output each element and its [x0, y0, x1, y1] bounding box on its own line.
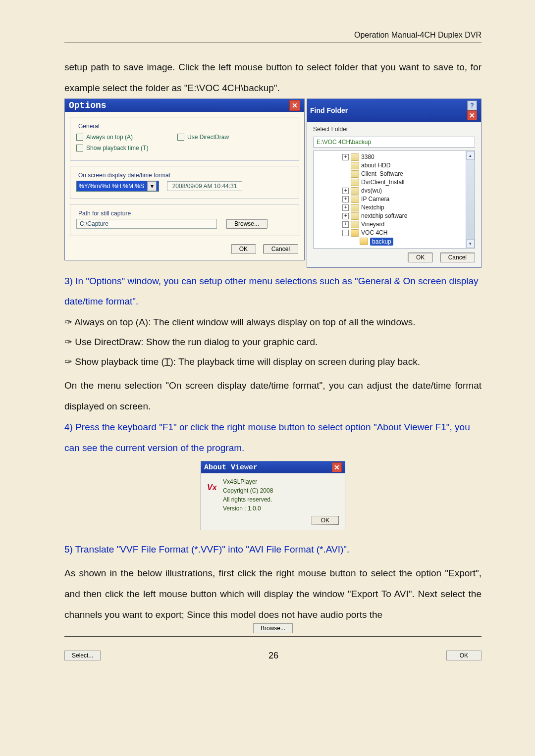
close-icon[interactable]: ✕: [467, 110, 477, 120]
note-5-text: 5) Translate "VVF File Format (*.VVF)" i…: [64, 544, 349, 554]
tree-item-label: VOC 4CH: [361, 229, 387, 236]
osd-paragraph: On the menu selection "On screen display…: [64, 375, 482, 417]
tree-item[interactable]: about HDD: [315, 161, 474, 170]
close-icon[interactable]: ✕: [332, 462, 342, 472]
tree-item[interactable]: +nextchip software: [315, 212, 474, 220]
bullet-icon: ✑: [64, 313, 72, 332]
page-header: Operation Manual-4CH Duplex DVR: [64, 31, 482, 43]
options-ok-button[interactable]: OK: [231, 244, 256, 254]
note-3: 3) In "Options" window, you can setup ot…: [64, 271, 482, 312]
tree-item-label: Client_Software: [361, 170, 403, 177]
tree-item[interactable]: DvrClient_Install: [315, 178, 474, 187]
tree-item-label: backup: [370, 238, 393, 246]
show-playback-time-checkbox[interactable]: [76, 145, 83, 151]
stray-ok-button[interactable]: OK: [446, 651, 482, 660]
path-group: Path for still capture C:\Capture Browse…: [70, 204, 299, 236]
general-legend: General: [76, 123, 102, 130]
tree-item[interactable]: +dvs(wu): [315, 187, 474, 195]
chevron-down-icon[interactable]: ▾: [147, 181, 157, 191]
osd-group: On screen display date/time format %Y/%m…: [70, 166, 299, 199]
expand-icon[interactable]: +: [342, 213, 349, 219]
about-viewer-dialog: About Viewer ✕ Vx Vx4SLPlayer Copyright …: [201, 461, 345, 530]
options-cancel-button[interactable]: Cancel: [263, 244, 298, 254]
date-format-combo[interactable]: %Y/%m/%d %H:%M:%S ▾: [76, 181, 159, 192]
note-4: 4) Press the keyboard "F1" or click the …: [64, 417, 482, 458]
tree-item-label: Nextchip: [361, 204, 384, 211]
general-group: General Always on top (A) Use DirectDraw…: [70, 117, 299, 161]
page-number: 26: [268, 651, 278, 661]
tree-item-label: dvs(wu): [361, 187, 382, 194]
bullet-icon: ✑: [64, 333, 72, 352]
folder-icon: [351, 153, 359, 161]
bullet-show-playback: ✑ Show playback time (T): The playback t…: [64, 353, 482, 371]
osd-text: On the menu selection "On screen display…: [64, 380, 482, 411]
note-4-text: 4) Press the keyboard "F1" or click the …: [64, 422, 470, 453]
find-folder-dialog: Find Folder ? ✕ Select Folder E:\VOC 4CH…: [307, 99, 482, 268]
expand-icon[interactable]: +: [342, 188, 349, 194]
bullet-icon: ✑: [64, 353, 72, 371]
use-directdraw-label: Use DirectDraw: [187, 134, 229, 141]
find-folder-subtitle: Select Folder: [313, 126, 475, 133]
bullet-always-on-top: ✑ Always on top (A): The client window w…: [64, 313, 482, 332]
folder-tree[interactable]: +3380about HDDClient_SoftwareDvrClient_I…: [313, 151, 475, 249]
capture-path-input[interactable]: C:\Capture: [76, 219, 217, 229]
app-logo-icon: Vx: [207, 483, 218, 492]
bullet-use-directdraw: ✑ Use DirectDraw: Show the run dialog to…: [64, 333, 482, 352]
find-folder-titlebar: Find Folder ? ✕: [307, 99, 481, 122]
tree-item-label: IP Camera: [361, 196, 389, 202]
options-title-text: Options: [69, 101, 107, 110]
folder-icon: [351, 212, 359, 220]
always-on-top-label: Always on top (A): [86, 134, 133, 141]
note-5: 5) Translate "VVF File Format (*.VVF)" i…: [64, 539, 482, 560]
tree-item[interactable]: -VOC 4CH: [315, 229, 474, 237]
close-icon[interactable]: ✕: [289, 100, 300, 111]
find-cancel-button[interactable]: Cancel: [440, 252, 475, 262]
folder-icon: [351, 204, 359, 211]
stray-browse-button[interactable]: Browse...: [253, 623, 293, 633]
tree-item[interactable]: +IP Camera: [315, 195, 474, 203]
tree-item[interactable]: Client_Software: [315, 170, 474, 178]
expand-icon[interactable]: +: [342, 221, 349, 228]
about-line-app: Vx4SLPlayer: [223, 477, 273, 486]
folder-icon: [360, 238, 368, 245]
about-info: Vx4SLPlayer Copyright (C) 2008 All right…: [223, 477, 273, 513]
scroll-down-icon[interactable]: ▾: [466, 239, 475, 248]
use-directdraw-checkbox[interactable]: [177, 134, 184, 141]
collapse-icon[interactable]: -: [342, 230, 349, 236]
tree-item-label: Vineyard: [361, 221, 384, 228]
doc-title: Operation Manual-4CH Duplex DVR: [354, 31, 482, 39]
tree-item[interactable]: backup: [315, 237, 474, 246]
tree-item[interactable]: +Nextchip: [315, 203, 474, 212]
about-ok-button[interactable]: OK: [312, 516, 339, 525]
folder-icon: [351, 162, 359, 169]
export-paragraph: As shown in the below illustrations, fir…: [64, 563, 482, 625]
intro-paragraph: setup path to save image. Click the left…: [64, 57, 482, 99]
scroll-up-icon[interactable]: ▴: [466, 151, 475, 160]
tree-item[interactable]: +3380: [315, 153, 474, 161]
selected-path-display: E:\VOC 4CH\backup: [313, 137, 475, 148]
folder-icon: [351, 196, 359, 203]
intro-text: setup path to save image. Click the left…: [64, 62, 482, 93]
path-legend: Path for still capture: [76, 210, 133, 217]
always-on-top-checkbox[interactable]: [76, 134, 83, 141]
about-line-copyright: Copyright (C) 2008: [223, 486, 273, 495]
tree-scrollbar[interactable]: ▴ ▾: [466, 151, 475, 248]
stray-select-button[interactable]: Select...: [64, 651, 101, 660]
about-line-version: Version : 1.0.0: [223, 504, 273, 513]
folder-icon: [351, 187, 359, 195]
options-dialog: Options ✕ General Always on top (A) Use …: [64, 99, 305, 260]
about-titlebar: About Viewer ✕: [201, 461, 345, 473]
browse-button[interactable]: Browse...: [226, 219, 268, 229]
help-icon[interactable]: ?: [467, 101, 477, 110]
expand-icon[interactable]: +: [342, 154, 349, 160]
osd-legend: On screen display date/time format: [76, 172, 172, 179]
folder-icon: [351, 221, 359, 228]
expand-icon[interactable]: +: [342, 196, 349, 202]
tree-item-label: about HDD: [361, 162, 390, 169]
expand-icon[interactable]: +: [342, 204, 349, 211]
show-playback-time-label: Show playback time (T): [86, 145, 148, 151]
about-title-text: About Viewer: [204, 463, 258, 472]
find-ok-button[interactable]: OK: [408, 252, 433, 262]
tree-item[interactable]: +Vineyard: [315, 220, 474, 229]
date-format-value: %Y/%m/%d %H:%M:%S: [79, 183, 144, 190]
